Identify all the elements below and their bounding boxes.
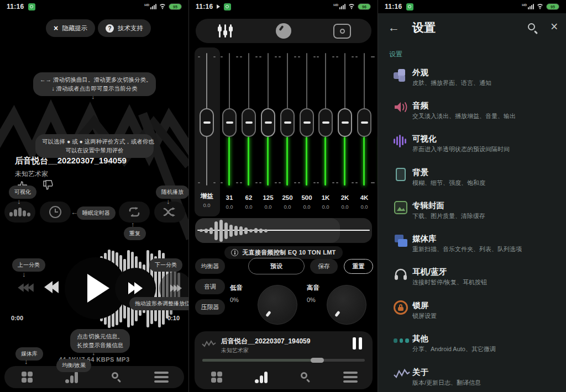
- eq-tab-bar: [196, 19, 371, 43]
- bottom-nav: [195, 365, 373, 389]
- pointer-arrow-down-icon: ↓: [166, 198, 170, 205]
- signal-icon: [150, 4, 156, 9]
- settings-item-about[interactable]: 关于 版本/更新日志、翻译信息: [378, 367, 566, 392]
- tab-tone[interactable]: [254, 19, 313, 43]
- tone-toggle-button[interactable]: 音调: [195, 279, 225, 294]
- sleep-timer-button[interactable]: [40, 202, 71, 223]
- equalizer-toggle-button[interactable]: 均衡器: [195, 258, 225, 274]
- bass-knob[interactable]: [258, 285, 297, 325]
- track-seekbar[interactable]: [195, 218, 372, 243]
- preset-button[interactable]: 预设: [248, 258, 305, 274]
- clock-text: 11:16: [7, 3, 24, 10]
- band-slider-500[interactable]: [297, 50, 317, 189]
- nav-library-button[interactable]: [195, 365, 239, 389]
- repeat-icon: [128, 206, 141, 218]
- band-slider-thumb[interactable]: [318, 108, 333, 137]
- clock-text: 11:16: [196, 3, 213, 10]
- tooltip-meta: 点击切换元信息。 长按显示音频信息: [70, 329, 130, 353]
- wifi-icon: [159, 4, 166, 9]
- settings-item-library[interactable]: 媒体库 重新扫描、音乐文件夹、列表、队列选项: [378, 234, 566, 264]
- menu-icon: [343, 372, 358, 383]
- treble-knob[interactable]: [327, 285, 366, 325]
- nav-search-button[interactable]: [284, 365, 328, 389]
- band-slider-partial[interactable]: [371, 50, 378, 189]
- save-button[interactable]: 保存: [310, 259, 338, 274]
- band-slider-thumb[interactable]: [261, 108, 275, 137]
- close-button[interactable]: ×: [551, 19, 558, 34]
- speaker-limiter-icon: [333, 24, 351, 39]
- gain-slider[interactable]: [197, 50, 217, 189]
- search-icon: [111, 372, 122, 383]
- settings-item-visualization[interactable]: 可视化 界面进入半透明状态的预设间隔时间: [378, 134, 566, 165]
- misc-dots-icon: [394, 333, 409, 348]
- prev-category-button[interactable]: [17, 282, 35, 294]
- recorder-badge-icon: [406, 3, 413, 10]
- nav-menu-button[interactable]: [328, 365, 373, 389]
- network-type-label: HD: [333, 3, 338, 7]
- tech-support-button[interactable]: ? 技术支持: [98, 19, 151, 37]
- player-screen: 11:16 HD 95 × 隐藏提示 ? 技术支持 ←→ 滑动切换曲目。: [0, 0, 188, 392]
- tooltip-repeat: 重复: [124, 227, 146, 240]
- band-slider-thumb[interactable]: [357, 108, 371, 137]
- clock-icon: [49, 206, 61, 218]
- page-title: 设置: [412, 20, 436, 35]
- back-button[interactable]: ←: [388, 21, 400, 34]
- repeat-button[interactable]: [119, 202, 150, 223]
- reset-button[interactable]: 重置: [344, 259, 373, 274]
- library-folders-icon: [394, 234, 409, 249]
- settings-item-appearance[interactable]: 外观 皮肤、播放界面、语言、通知: [378, 67, 566, 98]
- settings-item-audio[interactable]: 音频 交叉淡入淡出、播放增益、音量、输出: [378, 100, 566, 131]
- pause-button[interactable]: [353, 337, 362, 349]
- band-slider-thumb[interactable]: [280, 108, 295, 137]
- settings-sheet: ← 设置 × 设置 外观 皮肤、播放界面、语言、通知: [378, 13, 566, 392]
- bass-value: 0%: [230, 296, 239, 303]
- nav-menu-button[interactable]: [139, 372, 184, 383]
- band-slider-1k[interactable]: [316, 50, 336, 189]
- band-slider-250[interactable]: [277, 50, 297, 189]
- nav-library-button[interactable]: [4, 372, 49, 383]
- band-slider-thumb[interactable]: [338, 108, 352, 137]
- gain-slider-thumb[interactable]: [200, 108, 214, 137]
- band-slider-2k[interactable]: [335, 50, 355, 189]
- mini-player[interactable]: 后音悦台__20220307_194059 未知艺术家: [195, 331, 373, 389]
- settings-item-lock-screen[interactable]: 锁屏 锁屏设置: [378, 300, 566, 331]
- band-slider-thumb[interactable]: [300, 108, 314, 137]
- band-slider-thumb[interactable]: [242, 108, 256, 137]
- band-slider-62[interactable]: [239, 50, 259, 189]
- signal-icon: [528, 4, 534, 9]
- settings-item-headset[interactable]: 耳机/蓝牙 连接时暂停/恢复、耳机按钮: [378, 267, 566, 298]
- tab-output[interactable]: [313, 19, 371, 43]
- artist-name[interactable]: 未知艺术家: [15, 169, 48, 179]
- band-slider-125[interactable]: [258, 50, 278, 189]
- gain-label: 增益: [195, 192, 219, 200]
- headset-icon: [394, 267, 409, 282]
- tab-equalizer[interactable]: [196, 19, 254, 43]
- close-icon: ×: [54, 24, 58, 32]
- limiter-toggle-button[interactable]: 压限器: [195, 299, 225, 315]
- mini-progress-bar[interactable]: [202, 359, 365, 362]
- settings-item-album-art[interactable]: 专辑封面 下载、图片质量、清除缓存: [378, 200, 566, 231]
- rewind-button[interactable]: [44, 281, 59, 293]
- info-icon: [231, 249, 238, 256]
- thumb-down-icon[interactable]: [42, 180, 54, 191]
- nav-equalizer-button[interactable]: [49, 372, 94, 383]
- gain-value: 0.0: [195, 202, 219, 208]
- pointer-arrow-down-icon: ↓: [161, 271, 165, 278]
- sliders-icon: [219, 24, 232, 38]
- hide-hints-button[interactable]: × 隐藏提示: [46, 19, 95, 37]
- band-slider-31[interactable]: [219, 50, 239, 189]
- nav-equalizer-button[interactable]: [239, 365, 284, 389]
- tooltip-next-category: 下一分类: [149, 258, 182, 272]
- dvc-info-text: 无直接音频控制 EQ 10 TON LMT: [242, 248, 336, 257]
- mini-progress-thumb[interactable]: [311, 358, 324, 363]
- settings-item-background[interactable]: 背景 模糊、细节、强度、饱和度: [378, 167, 566, 198]
- nav-search-button[interactable]: [95, 372, 139, 383]
- pointer-arrow-down-icon: ↓: [22, 271, 26, 278]
- network-type-label: HD: [522, 3, 527, 7]
- band-slider-thumb[interactable]: [222, 108, 237, 137]
- next-category-icon: [169, 282, 184, 294]
- equalizer-bars-icon: [255, 372, 268, 383]
- mini-artist: 未知艺术家: [221, 347, 249, 354]
- track-art-zigzag-icon: [202, 340, 216, 347]
- settings-item-misc[interactable]: 其他 分享、Android Auto、其它微调: [378, 333, 566, 364]
